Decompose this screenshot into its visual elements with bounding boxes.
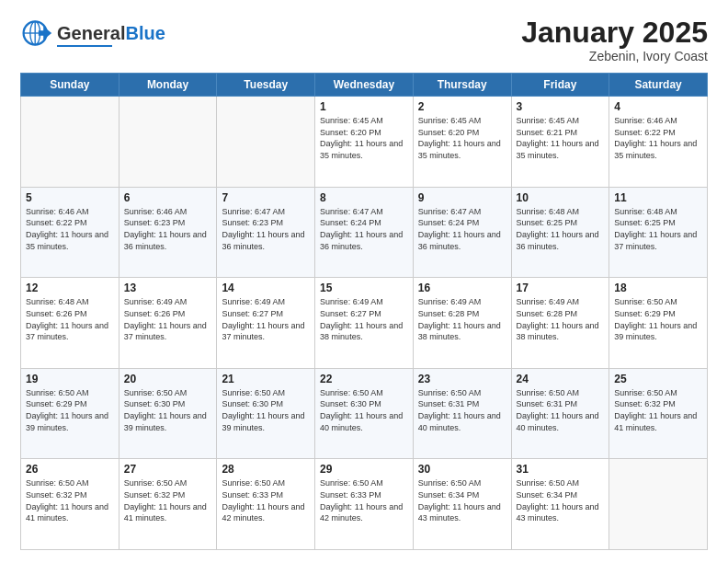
col-monday: Monday (119, 74, 217, 97)
logo-icon (20, 17, 53, 53)
day-info: Sunrise: 6:50 AM Sunset: 6:30 PM Dayligh… (222, 387, 310, 433)
calendar-cell (21, 97, 119, 188)
logo-underline (57, 45, 112, 47)
day-info: Sunrise: 6:49 AM Sunset: 6:28 PM Dayligh… (418, 296, 506, 342)
calendar-week-4: 19Sunrise: 6:50 AM Sunset: 6:29 PM Dayli… (21, 368, 708, 459)
day-number: 12 (26, 282, 114, 294)
calendar-cell: 23Sunrise: 6:50 AM Sunset: 6:31 PM Dayli… (413, 368, 511, 459)
day-number: 11 (614, 191, 702, 204)
day-info: Sunrise: 6:49 AM Sunset: 6:27 PM Dayligh… (222, 296, 310, 342)
calendar-cell: 29Sunrise: 6:50 AM Sunset: 6:33 PM Dayli… (315, 459, 414, 550)
day-number: 13 (124, 282, 212, 294)
calendar-cell: 7Sunrise: 6:47 AM Sunset: 6:23 PM Daylig… (217, 187, 315, 278)
calendar-cell: 4Sunrise: 6:46 AM Sunset: 6:22 PM Daylig… (609, 97, 708, 188)
logo-text-block: GeneralBlue (57, 23, 165, 47)
calendar-cell: 17Sunrise: 6:49 AM Sunset: 6:28 PM Dayli… (511, 278, 609, 369)
calendar-week-1: 1Sunrise: 6:45 AM Sunset: 6:20 PM Daylig… (21, 97, 708, 188)
logo-general: General (57, 23, 125, 43)
day-number: 30 (418, 463, 506, 476)
day-info: Sunrise: 6:50 AM Sunset: 6:29 PM Dayligh… (614, 296, 702, 342)
day-number: 26 (26, 463, 114, 476)
day-number: 9 (418, 191, 506, 204)
calendar-cell: 28Sunrise: 6:50 AM Sunset: 6:33 PM Dayli… (217, 459, 315, 550)
calendar-cell: 2Sunrise: 6:45 AM Sunset: 6:20 PM Daylig… (413, 97, 511, 188)
calendar-week-3: 12Sunrise: 6:48 AM Sunset: 6:26 PM Dayli… (21, 278, 708, 369)
calendar-cell: 13Sunrise: 6:49 AM Sunset: 6:26 PM Dayli… (119, 278, 217, 369)
day-number: 23 (418, 373, 506, 385)
day-number: 21 (222, 373, 310, 385)
calendar-cell: 9Sunrise: 6:47 AM Sunset: 6:24 PM Daylig… (413, 187, 511, 278)
calendar-cell: 24Sunrise: 6:50 AM Sunset: 6:31 PM Dayli… (511, 368, 609, 459)
day-info: Sunrise: 6:50 AM Sunset: 6:32 PM Dayligh… (26, 477, 114, 523)
calendar-week-5: 26Sunrise: 6:50 AM Sunset: 6:32 PM Dayli… (21, 459, 708, 550)
day-number: 18 (614, 282, 702, 294)
calendar-title: January 2025 (521, 17, 708, 49)
col-tuesday: Tuesday (217, 74, 315, 97)
day-info: Sunrise: 6:49 AM Sunset: 6:27 PM Dayligh… (320, 296, 408, 342)
logo: GeneralBlue (20, 17, 165, 53)
day-info: Sunrise: 6:48 AM Sunset: 6:26 PM Dayligh… (26, 296, 114, 342)
day-number: 27 (124, 463, 212, 476)
day-info: Sunrise: 6:46 AM Sunset: 6:22 PM Dayligh… (26, 206, 114, 252)
calendar-cell: 16Sunrise: 6:49 AM Sunset: 6:28 PM Dayli… (413, 278, 511, 369)
day-number: 25 (614, 373, 702, 385)
day-number: 10 (517, 191, 605, 204)
day-number: 1 (320, 100, 408, 113)
calendar-cell: 12Sunrise: 6:48 AM Sunset: 6:26 PM Dayli… (21, 278, 119, 369)
day-number: 5 (26, 191, 114, 204)
day-info: Sunrise: 6:49 AM Sunset: 6:28 PM Dayligh… (517, 296, 605, 342)
calendar-cell: 5Sunrise: 6:46 AM Sunset: 6:22 PM Daylig… (21, 187, 119, 278)
calendar-cell: 26Sunrise: 6:50 AM Sunset: 6:32 PM Dayli… (21, 459, 119, 550)
day-info: Sunrise: 6:46 AM Sunset: 6:23 PM Dayligh… (124, 206, 212, 252)
day-number: 3 (517, 100, 605, 113)
calendar-cell (217, 97, 315, 188)
calendar-cell: 6Sunrise: 6:46 AM Sunset: 6:23 PM Daylig… (119, 187, 217, 278)
day-number: 6 (124, 191, 212, 204)
calendar-cell: 21Sunrise: 6:50 AM Sunset: 6:30 PM Dayli… (217, 368, 315, 459)
calendar-cell: 22Sunrise: 6:50 AM Sunset: 6:30 PM Dayli… (315, 368, 414, 459)
day-number: 7 (222, 191, 310, 204)
day-info: Sunrise: 6:47 AM Sunset: 6:24 PM Dayligh… (418, 206, 506, 252)
calendar-cell: 3Sunrise: 6:45 AM Sunset: 6:21 PM Daylig… (511, 97, 609, 188)
header: GeneralBlue January 2025 Zebenin, Ivory … (20, 17, 708, 63)
page: GeneralBlue January 2025 Zebenin, Ivory … (0, 0, 728, 563)
day-number: 17 (517, 282, 605, 294)
day-info: Sunrise: 6:50 AM Sunset: 6:32 PM Dayligh… (614, 387, 702, 433)
day-info: Sunrise: 6:48 AM Sunset: 6:25 PM Dayligh… (614, 206, 702, 252)
calendar-week-2: 5Sunrise: 6:46 AM Sunset: 6:22 PM Daylig… (21, 187, 708, 278)
col-thursday: Thursday (413, 74, 511, 97)
logo-blue: Blue (125, 23, 165, 43)
day-info: Sunrise: 6:50 AM Sunset: 6:33 PM Dayligh… (222, 477, 310, 523)
day-info: Sunrise: 6:50 AM Sunset: 6:32 PM Dayligh… (124, 477, 212, 523)
day-number: 8 (320, 191, 408, 204)
day-info: Sunrise: 6:50 AM Sunset: 6:31 PM Dayligh… (517, 387, 605, 433)
calendar-cell: 18Sunrise: 6:50 AM Sunset: 6:29 PM Dayli… (609, 278, 708, 369)
calendar-body: 1Sunrise: 6:45 AM Sunset: 6:20 PM Daylig… (21, 97, 708, 550)
calendar-cell: 15Sunrise: 6:49 AM Sunset: 6:27 PM Dayli… (315, 278, 414, 369)
day-number: 31 (517, 463, 605, 476)
day-number: 14 (222, 282, 310, 294)
day-info: Sunrise: 6:45 AM Sunset: 6:21 PM Dayligh… (517, 115, 605, 161)
day-info: Sunrise: 6:47 AM Sunset: 6:24 PM Dayligh… (320, 206, 408, 252)
calendar-cell: 30Sunrise: 6:50 AM Sunset: 6:34 PM Dayli… (413, 459, 511, 550)
col-saturday: Saturday (609, 74, 708, 97)
day-number: 15 (320, 282, 408, 294)
day-number: 28 (222, 463, 310, 476)
calendar-cell (119, 97, 217, 188)
day-info: Sunrise: 6:45 AM Sunset: 6:20 PM Dayligh… (418, 115, 506, 161)
title-block: January 2025 Zebenin, Ivory Coast (521, 17, 708, 63)
calendar-cell: 27Sunrise: 6:50 AM Sunset: 6:32 PM Dayli… (119, 459, 217, 550)
day-number: 16 (418, 282, 506, 294)
calendar-cell: 25Sunrise: 6:50 AM Sunset: 6:32 PM Dayli… (609, 368, 708, 459)
calendar-cell: 31Sunrise: 6:50 AM Sunset: 6:34 PM Dayli… (511, 459, 609, 550)
day-number: 19 (26, 373, 114, 385)
col-friday: Friday (511, 74, 609, 97)
calendar-cell (609, 459, 708, 550)
day-number: 22 (320, 373, 408, 385)
calendar-cell: 10Sunrise: 6:48 AM Sunset: 6:25 PM Dayli… (511, 187, 609, 278)
day-info: Sunrise: 6:50 AM Sunset: 6:30 PM Dayligh… (124, 387, 212, 433)
day-info: Sunrise: 6:50 AM Sunset: 6:31 PM Dayligh… (418, 387, 506, 433)
day-number: 20 (124, 373, 212, 385)
day-number: 24 (517, 373, 605, 385)
calendar-subtitle: Zebenin, Ivory Coast (521, 49, 708, 63)
